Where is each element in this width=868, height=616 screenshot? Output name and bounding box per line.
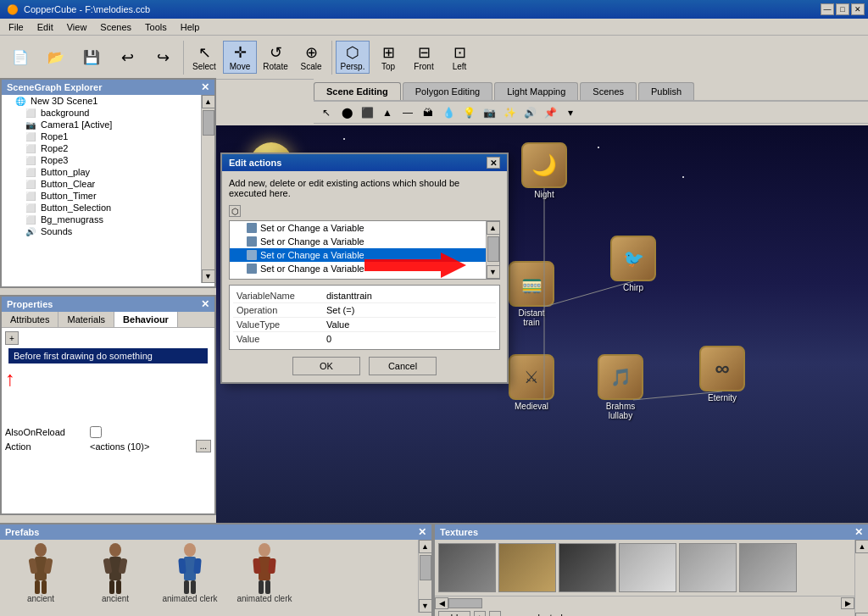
dialog-cancel-btn[interactable]: Cancel xyxy=(369,357,437,375)
dialog-list-item-4[interactable]: Set or Change a Variable xyxy=(230,262,499,275)
dialog-body: Add new, delete or edit existing actions… xyxy=(222,171,507,382)
dialog-list-item-3[interactable]: Set or Change a Variable xyxy=(230,248,499,262)
dialog-list-scroll-up[interactable]: ▲ xyxy=(487,221,500,235)
action-icon-4 xyxy=(247,264,257,274)
dialog-close-btn[interactable]: ✕ xyxy=(487,157,500,169)
dialog-list-controls: ⬡ xyxy=(229,205,500,217)
dialog-title-bar: Edit actions ✕ xyxy=(222,154,507,171)
prop-key-variable-name: VariableName xyxy=(233,291,326,301)
prop-key-operation: Operation xyxy=(233,305,326,315)
dialog-props-table: VariableName distanttrain Operation Set … xyxy=(229,285,500,350)
action-icon-2 xyxy=(247,236,257,247)
dialog-list-scroll-down[interactable]: ▼ xyxy=(487,265,500,279)
dialog-action-label-1: Set or Change a Variable xyxy=(260,223,364,233)
dialog-add-btn[interactable]: ⬡ xyxy=(229,205,241,217)
dialog-description: Add new, delete or edit existing actions… xyxy=(229,178,500,198)
dialog-action-label-3: Set or Change a Variable xyxy=(260,250,364,260)
dialog-list-item-1[interactable]: Set or Change a Variable xyxy=(230,221,499,235)
dialog-list-item-2[interactable]: Set or Change a Variable xyxy=(230,235,499,248)
dialog-action-label-4: Set or Change a Variable xyxy=(260,264,364,274)
dialog-buttons: OK Cancel xyxy=(229,357,500,375)
prop-key-value: Value xyxy=(233,334,326,344)
dialog-title-text: Edit actions xyxy=(229,158,281,168)
dialog-prop-variable-name: VariableName distanttrain xyxy=(233,289,496,303)
action-icon-3 xyxy=(247,250,257,260)
dialog-prop-value: Value 0 xyxy=(233,332,496,346)
dialog-action-label-2: Set or Change a Variable xyxy=(260,236,364,247)
dialog-ok-btn[interactable]: OK xyxy=(292,357,360,375)
prop-val-variable-name: distanttrain xyxy=(326,291,496,301)
action-icon-1 xyxy=(247,223,257,233)
dialog-action-list: Set or Change a Variable Set or Change a… xyxy=(229,220,500,280)
prop-val-value: 0 xyxy=(326,334,496,344)
dialog-prop-operation: Operation Set (=) xyxy=(233,303,496,318)
dialog-list-scrollbar[interactable]: ▲ ▼ xyxy=(486,221,499,279)
dialog-prop-value-type: ValueType Value xyxy=(233,318,496,332)
prop-val-value-type: Value xyxy=(326,319,496,330)
prop-key-value-type: ValueType xyxy=(233,319,326,330)
prop-val-operation: Set (=) xyxy=(326,305,496,315)
dialog-list-scroll-thumb[interactable] xyxy=(487,236,499,262)
edit-actions-dialog: Edit actions ✕ Add new, delete or edit e… xyxy=(220,153,509,384)
dialog-overlay: Edit actions ✕ Add new, delete or edit e… xyxy=(0,0,868,616)
